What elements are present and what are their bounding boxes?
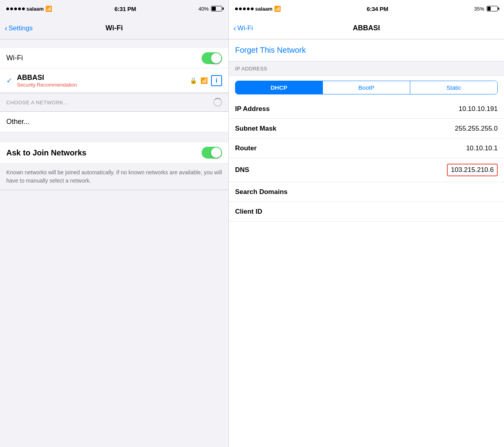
lock-icon: 🔒 — [190, 77, 197, 84]
dns-value: 103.215.210.6 — [447, 164, 498, 176]
right-back-label: Wi-Fi — [237, 24, 253, 32]
signal-dot-3 — [14, 7, 17, 10]
ip-segmented-control: DHCP BootP Static — [235, 81, 498, 94]
signal-dot-1 — [6, 7, 9, 10]
wifi-label: Wi-Fi — [6, 54, 202, 62]
client-id-row: Client ID — [229, 202, 504, 222]
right-battery-fill — [487, 7, 491, 11]
router-label: Router — [235, 144, 466, 152]
client-id-label: Client ID — [235, 208, 262, 216]
ask-to-join-description: Known networks will be joined automatica… — [0, 164, 228, 190]
bootp-segment[interactable]: BootP — [323, 81, 410, 94]
right-back-chevron: ‹ — [233, 24, 236, 33]
wifi-toggle-row: Wi-Fi — [0, 48, 228, 68]
wifi-toggle[interactable] — [202, 52, 222, 64]
other-row[interactable]: Other... — [0, 112, 228, 132]
forget-button[interactable]: Forget This Network — [235, 46, 306, 54]
left-battery — [211, 6, 222, 11]
subnet-mask-value: 255.255.255.0 — [455, 125, 498, 133]
wifi-toggle-thumb — [211, 53, 221, 63]
subnet-mask-label: Subnet Mask — [235, 125, 455, 133]
left-back-label: Settings — [9, 24, 33, 32]
right-battery — [487, 6, 498, 11]
right-status-left: salaam 📶 — [235, 6, 281, 12]
dns-label: DNS — [235, 166, 447, 174]
signal-dot-2 — [10, 7, 13, 10]
ask-to-join-row: Ask to Join Networks — [0, 142, 228, 164]
wifi-strength-icon: 📶 — [200, 77, 208, 84]
right-status-bar: salaam 📶 6:34 PM 35% — [229, 0, 504, 17]
wifi-section: Wi-Fi — [0, 48, 228, 68]
left-battery-percent: 40% — [198, 6, 209, 12]
search-domains-row: Search Domains — [229, 182, 504, 202]
right-nav-title: ABBASI — [353, 24, 380, 32]
left-battery-icon — [211, 6, 222, 11]
signal-dot-4 — [18, 7, 21, 10]
right-panel: salaam 📶 6:34 PM 35% ‹ Wi-Fi ABBASI Forg… — [228, 0, 504, 447]
choose-label: CHOOSE A NETWORK... — [6, 100, 213, 105]
left-carrier: salaam — [26, 6, 44, 12]
abbasi-row[interactable]: ✓ ABBASI Security Recommendation 🔒 📶 i — [0, 68, 228, 93]
right-signal-dots — [235, 7, 254, 10]
abbasi-icons: 🔒 📶 i — [190, 75, 222, 86]
left-back-chevron: ‹ — [5, 24, 7, 33]
left-wifi-status-icon: 📶 — [45, 6, 52, 12]
left-panel: salaam 📶 6:31 PM 40% ‹ Settings Wi-Fi Wi… — [0, 0, 228, 447]
other-label: Other... — [6, 118, 30, 126]
static-segment[interactable]: Static — [410, 81, 497, 94]
left-status-left: salaam 📶 — [6, 6, 52, 12]
right-signal-dot-1 — [235, 7, 238, 10]
search-domains-label: Search Domains — [235, 188, 498, 196]
router-value: 10.10.10.1 — [466, 144, 498, 152]
signal-dots — [6, 7, 25, 10]
right-battery-icon — [487, 6, 498, 11]
ip-address-label: IP Address — [235, 105, 459, 113]
abbasi-sub: Security Recommendation — [17, 82, 190, 88]
router-row: Router 10.10.10.1 — [229, 139, 504, 158]
check-icon: ✓ — [6, 76, 12, 85]
right-signal-dot-4 — [247, 7, 250, 10]
right-content: Forget This Network IP ADDRESS DHCP Boot… — [229, 39, 504, 447]
left-status-right: 40% — [198, 6, 222, 12]
left-battery-fill — [212, 7, 216, 11]
left-time: 6:31 PM — [115, 6, 136, 12]
right-signal-dot-2 — [239, 7, 242, 10]
abbasi-info: ABBASI Security Recommendation — [17, 74, 190, 88]
choose-network-row: CHOOSE A NETWORK... — [0, 93, 228, 112]
info-icon: i — [216, 77, 217, 84]
dhcp-segment[interactable]: DHCP — [235, 81, 323, 94]
left-nav-bar: ‹ Settings Wi-Fi — [0, 17, 228, 39]
info-button[interactable]: i — [211, 75, 222, 86]
ip-address-header: IP ADDRESS — [229, 61, 504, 76]
left-nav-title: Wi-Fi — [106, 24, 123, 32]
right-wifi-status-icon: 📶 — [274, 6, 281, 12]
right-nav-bar: ‹ Wi-Fi ABBASI — [229, 17, 504, 39]
left-status-bar: salaam 📶 6:31 PM 40% — [0, 0, 228, 17]
right-carrier: salaam — [255, 6, 272, 12]
right-status-right: 35% — [474, 6, 498, 12]
right-battery-percent: 35% — [474, 6, 484, 12]
right-time: 6:34 PM — [367, 6, 388, 12]
ask-to-join-toggle[interactable] — [202, 147, 222, 159]
loading-spinner — [213, 98, 222, 107]
dns-row: DNS 103.215.210.6 — [229, 158, 504, 182]
ip-address-value: 10.10.10.191 — [459, 105, 498, 113]
right-signal-dot-3 — [243, 7, 246, 10]
right-signal-dot-5 — [251, 7, 254, 10]
ask-to-join-section: Ask to Join Networks Known networks will… — [0, 142, 228, 190]
subnet-mask-row: Subnet Mask 255.255.255.0 — [229, 119, 504, 139]
ip-address-row: IP Address 10.10.10.191 — [229, 99, 504, 119]
ask-to-join-toggle-thumb — [211, 148, 221, 158]
left-content: Wi-Fi ✓ ABBASI Security Recommendation 🔒… — [0, 39, 228, 447]
ask-to-join-label: Ask to Join Networks — [6, 148, 202, 157]
left-back-button[interactable]: ‹ Settings — [5, 24, 33, 33]
forget-section: Forget This Network — [229, 39, 504, 61]
right-back-button[interactable]: ‹ Wi-Fi — [233, 24, 253, 33]
signal-dot-5 — [22, 7, 25, 10]
abbasi-name: ABBASI — [17, 74, 190, 82]
